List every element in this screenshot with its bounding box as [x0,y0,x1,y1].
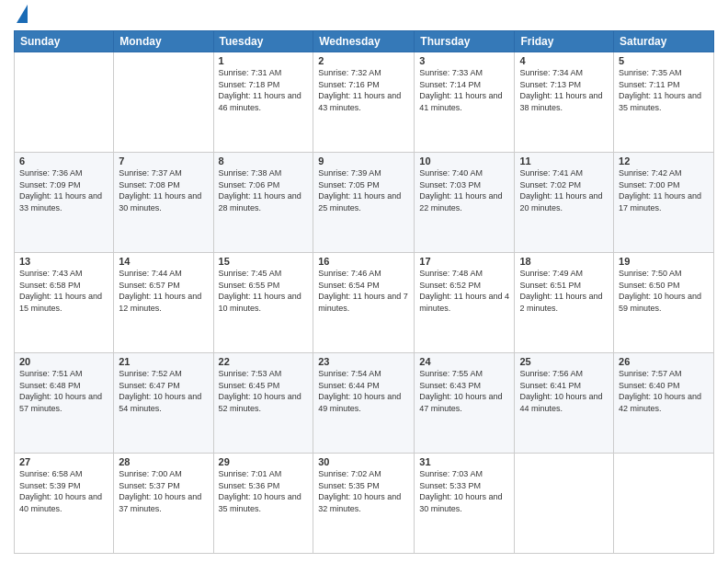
day-cell: 23Sunrise: 7:54 AMSunset: 6:44 PMDayligh… [313,353,415,454]
col-header-friday: Friday [515,31,614,52]
day-number: 16 [318,256,409,267]
day-cell: 30Sunrise: 7:02 AMSunset: 5:35 PMDayligh… [313,454,415,554]
day-cell: 29Sunrise: 7:01 AMSunset: 5:36 PMDayligh… [213,454,313,554]
day-cell: 10Sunrise: 7:40 AMSunset: 7:03 PMDayligh… [415,153,515,253]
calendar-page: SundayMondayTuesdayWednesdayThursdayFrid… [0,0,728,563]
day-cell: 12Sunrise: 7:42 AMSunset: 7:00 PMDayligh… [614,153,714,253]
day-info: Sunrise: 7:54 AMSunset: 6:44 PMDaylight:… [318,368,409,414]
day-info: Sunrise: 7:00 AMSunset: 5:37 PMDaylight:… [119,468,208,514]
day-cell: 1Sunrise: 7:31 AMSunset: 7:18 PMDaylight… [213,52,313,153]
day-info: Sunrise: 7:43 AMSunset: 6:58 PMDaylight:… [19,268,108,314]
day-number: 25 [519,356,609,367]
day-info: Sunrise: 7:38 AMSunset: 7:06 PMDaylight:… [219,167,309,213]
day-info: Sunrise: 7:42 AMSunset: 7:00 PMDaylight:… [619,167,709,213]
day-cell: 21Sunrise: 7:52 AMSunset: 6:47 PMDayligh… [114,353,213,454]
logo-triangle-icon [17,5,28,23]
col-header-wednesday: Wednesday [313,31,415,52]
week-row-5: 27Sunrise: 6:58 AMSunset: 5:39 PMDayligh… [15,454,714,554]
day-info: Sunrise: 7:31 AMSunset: 7:18 PMDaylight:… [219,67,309,113]
day-number: 5 [619,55,709,66]
day-info: Sunrise: 7:39 AMSunset: 7:05 PMDaylight:… [318,167,409,213]
day-info: Sunrise: 7:37 AMSunset: 7:08 PMDaylight:… [119,167,208,213]
day-info: Sunrise: 7:35 AMSunset: 7:11 PMDaylight:… [619,67,709,113]
header [14,9,714,23]
day-number: 22 [219,356,309,367]
day-cell: 19Sunrise: 7:50 AMSunset: 6:50 PMDayligh… [614,253,714,353]
day-cell: 15Sunrise: 7:45 AMSunset: 6:55 PMDayligh… [213,253,313,353]
col-header-sunday: Sunday [15,31,114,52]
day-number: 9 [318,155,409,167]
day-number: 12 [619,155,709,167]
day-number: 24 [419,356,509,367]
day-cell: 25Sunrise: 7:56 AMSunset: 6:41 PMDayligh… [515,353,614,454]
col-header-monday: Monday [114,31,213,52]
calendar-table: SundayMondayTuesdayWednesdayThursdayFrid… [14,30,714,554]
day-info: Sunrise: 7:33 AMSunset: 7:14 PMDaylight:… [419,67,509,113]
day-cell: 16Sunrise: 7:46 AMSunset: 6:54 PMDayligh… [313,253,415,353]
day-info: Sunrise: 7:46 AMSunset: 6:54 PMDaylight:… [318,268,409,314]
day-cell: 31Sunrise: 7:03 AMSunset: 5:33 PMDayligh… [415,454,515,554]
day-number: 11 [519,155,609,167]
day-cell: 17Sunrise: 7:48 AMSunset: 6:52 PMDayligh… [415,253,515,353]
day-cell: 2Sunrise: 7:32 AMSunset: 7:16 PMDaylight… [313,52,415,153]
day-number: 29 [219,456,309,467]
day-number: 14 [119,256,208,267]
day-cell [114,52,213,153]
day-cell: 28Sunrise: 7:00 AMSunset: 5:37 PMDayligh… [114,454,213,554]
day-number: 21 [119,356,208,367]
day-cell [614,454,714,554]
day-info: Sunrise: 7:34 AMSunset: 7:13 PMDaylight:… [519,67,609,113]
day-cell: 22Sunrise: 7:53 AMSunset: 6:45 PMDayligh… [213,353,313,454]
day-number: 30 [318,456,409,467]
col-header-tuesday: Tuesday [213,31,313,52]
day-info: Sunrise: 7:50 AMSunset: 6:50 PMDaylight:… [619,268,709,314]
day-info: Sunrise: 7:51 AMSunset: 6:48 PMDaylight:… [19,368,108,414]
day-cell: 4Sunrise: 7:34 AMSunset: 7:13 PMDaylight… [515,52,614,153]
day-number: 10 [419,155,509,167]
day-cell: 3Sunrise: 7:33 AMSunset: 7:14 PMDaylight… [415,52,515,153]
day-cell: 20Sunrise: 7:51 AMSunset: 6:48 PMDayligh… [15,353,114,454]
day-cell: 5Sunrise: 7:35 AMSunset: 7:11 PMDaylight… [614,52,714,153]
day-cell [515,454,614,554]
day-cell: 9Sunrise: 7:39 AMSunset: 7:05 PMDaylight… [313,153,415,253]
day-cell: 11Sunrise: 7:41 AMSunset: 7:02 PMDayligh… [515,153,614,253]
day-info: Sunrise: 7:01 AMSunset: 5:36 PMDaylight:… [219,468,309,514]
day-info: Sunrise: 7:49 AMSunset: 6:51 PMDaylight:… [519,268,609,314]
col-header-saturday: Saturday [614,31,714,52]
day-info: Sunrise: 7:40 AMSunset: 7:03 PMDaylight:… [419,167,509,213]
day-number: 26 [619,356,709,367]
day-number: 1 [219,55,309,66]
week-row-1: 1Sunrise: 7:31 AMSunset: 7:18 PMDaylight… [15,52,714,153]
week-row-4: 20Sunrise: 7:51 AMSunset: 6:48 PMDayligh… [15,353,714,454]
day-number: 27 [19,456,108,467]
day-number: 13 [19,256,108,267]
day-info: Sunrise: 7:44 AMSunset: 6:57 PMDaylight:… [119,268,208,314]
day-number: 8 [219,155,309,167]
day-info: Sunrise: 7:53 AMSunset: 6:45 PMDaylight:… [219,368,309,414]
day-number: 28 [119,456,208,467]
day-cell: 26Sunrise: 7:57 AMSunset: 6:40 PMDayligh… [614,353,714,454]
day-info: Sunrise: 7:41 AMSunset: 7:02 PMDaylight:… [519,167,609,213]
day-info: Sunrise: 6:58 AMSunset: 5:39 PMDaylight:… [19,468,108,514]
day-cell: 14Sunrise: 7:44 AMSunset: 6:57 PMDayligh… [114,253,213,353]
day-cell: 18Sunrise: 7:49 AMSunset: 6:51 PMDayligh… [515,253,614,353]
day-info: Sunrise: 7:52 AMSunset: 6:47 PMDaylight:… [119,368,208,414]
day-number: 2 [318,55,409,66]
day-number: 7 [119,155,208,167]
day-number: 3 [419,55,509,66]
day-number: 15 [219,256,309,267]
day-info: Sunrise: 7:36 AMSunset: 7:09 PMDaylight:… [19,167,108,213]
day-cell [15,52,114,153]
day-info: Sunrise: 7:03 AMSunset: 5:33 PMDaylight:… [419,468,509,514]
day-number: 4 [519,55,609,66]
day-number: 17 [419,256,509,267]
day-number: 20 [19,356,108,367]
week-row-3: 13Sunrise: 7:43 AMSunset: 6:58 PMDayligh… [15,253,714,353]
day-number: 19 [619,256,709,267]
day-number: 31 [419,456,509,467]
day-cell: 24Sunrise: 7:55 AMSunset: 6:43 PMDayligh… [415,353,515,454]
logo [14,9,28,23]
day-cell: 27Sunrise: 6:58 AMSunset: 5:39 PMDayligh… [15,454,114,554]
week-row-2: 6Sunrise: 7:36 AMSunset: 7:09 PMDaylight… [15,153,714,253]
day-cell: 8Sunrise: 7:38 AMSunset: 7:06 PMDaylight… [213,153,313,253]
